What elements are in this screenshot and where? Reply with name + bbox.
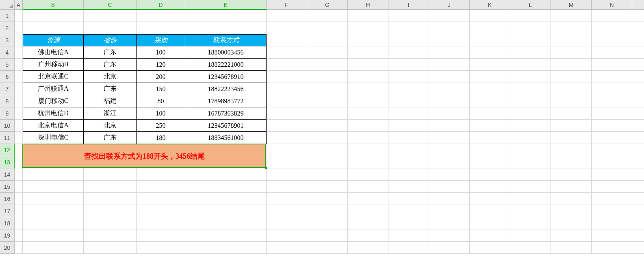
- cell-A8[interactable]: [15, 95, 23, 107]
- cell-M2[interactable]: [551, 22, 592, 34]
- cell-A10[interactable]: [15, 120, 23, 132]
- cell-H20[interactable]: [348, 242, 388, 254]
- cell-H12[interactable]: [348, 144, 388, 156]
- col-header-O[interactable]: O: [632, 0, 644, 10]
- row-header-9[interactable]: 9: [0, 107, 15, 120]
- cell-H19[interactable]: [348, 229, 388, 242]
- cell-H9[interactable]: [348, 107, 388, 120]
- cell-J3[interactable]: [429, 34, 470, 46]
- cell-D9[interactable]: 100: [137, 107, 185, 120]
- cell-G9[interactable]: [307, 107, 348, 120]
- cell-I20[interactable]: [388, 242, 429, 254]
- cell-D1[interactable]: [137, 10, 185, 22]
- cell-B9[interactable]: 杭州电信D: [23, 107, 84, 120]
- cell-B11[interactable]: 深圳电信C: [23, 132, 84, 144]
- cell-G6[interactable]: [307, 71, 348, 83]
- cell-O11[interactable]: [632, 132, 644, 144]
- cell-G17[interactable]: [307, 205, 348, 217]
- cell-L10[interactable]: [510, 120, 551, 132]
- cell-F13[interactable]: [267, 156, 307, 168]
- cell-L1[interactable]: [510, 10, 551, 22]
- cell-M4[interactable]: [551, 46, 592, 59]
- cell-B4[interactable]: 佛山电信A: [23, 46, 84, 59]
- cell-H3[interactable]: [348, 34, 388, 46]
- cell-M1[interactable]: [551, 10, 592, 22]
- cell-A13[interactable]: [15, 156, 23, 168]
- cell-F11[interactable]: [267, 132, 307, 144]
- cell-L4[interactable]: [510, 46, 551, 59]
- cell-N4[interactable]: [592, 46, 632, 59]
- col-header-L[interactable]: L: [510, 0, 551, 10]
- cell-F4[interactable]: [267, 46, 307, 59]
- cell-F16[interactable]: [267, 193, 307, 205]
- cell-A4[interactable]: [15, 46, 23, 59]
- cell-L6[interactable]: [510, 71, 551, 83]
- row-header-6[interactable]: 6: [0, 71, 15, 83]
- cell-J2[interactable]: [429, 22, 470, 34]
- cell-O15[interactable]: [632, 181, 644, 193]
- cell-J20[interactable]: [429, 242, 470, 254]
- cell-A20[interactable]: [15, 242, 23, 254]
- cell-B17[interactable]: [23, 205, 84, 217]
- cell-B15[interactable]: [23, 181, 84, 193]
- cell-C10[interactable]: 北京: [84, 120, 137, 132]
- cell-D18[interactable]: [137, 217, 185, 229]
- cell-M16[interactable]: [551, 193, 592, 205]
- cell-K3[interactable]: [470, 34, 510, 46]
- col-header-B[interactable]: B: [23, 0, 84, 10]
- cell-J7[interactable]: [429, 83, 470, 95]
- cell-E16[interactable]: [185, 193, 267, 205]
- cell-F18[interactable]: [267, 217, 307, 229]
- cell-I4[interactable]: [388, 46, 429, 59]
- row-header-11[interactable]: 11: [0, 132, 15, 144]
- cell-L13[interactable]: [510, 156, 551, 168]
- cell-I12[interactable]: [388, 144, 429, 156]
- cell-M19[interactable]: [551, 229, 592, 242]
- cell-E5[interactable]: 18822221000: [185, 59, 267, 71]
- cell-I17[interactable]: [388, 205, 429, 217]
- row-header-12[interactable]: 12: [0, 144, 15, 156]
- cell-C3[interactable]: 省份: [84, 34, 137, 46]
- cell-E10[interactable]: 12345678901: [185, 120, 267, 132]
- cell-A15[interactable]: [15, 181, 23, 193]
- cell-K7[interactable]: [470, 83, 510, 95]
- cell-H15[interactable]: [348, 181, 388, 193]
- cell-F8[interactable]: [267, 95, 307, 107]
- cell-H8[interactable]: [348, 95, 388, 107]
- cell-N6[interactable]: [592, 71, 632, 83]
- col-header-I[interactable]: I: [388, 0, 429, 10]
- cell-A7[interactable]: [15, 83, 23, 95]
- cell-A19[interactable]: [15, 229, 23, 242]
- cell-N7[interactable]: [592, 83, 632, 95]
- col-header-H[interactable]: H: [348, 0, 388, 10]
- cell-B5[interactable]: 广州移动B: [23, 59, 84, 71]
- col-header-F[interactable]: F: [267, 0, 307, 10]
- cell-K19[interactable]: [470, 229, 510, 242]
- cell-M13[interactable]: [551, 156, 592, 168]
- cell-F19[interactable]: [267, 229, 307, 242]
- cell-I2[interactable]: [388, 22, 429, 34]
- cell-B20[interactable]: [23, 242, 84, 254]
- row-header-10[interactable]: 10: [0, 120, 15, 132]
- cell-G2[interactable]: [307, 22, 348, 34]
- fill-handle[interactable]: [265, 167, 267, 169]
- cell-F10[interactable]: [267, 120, 307, 132]
- cell-G15[interactable]: [307, 181, 348, 193]
- cell-G11[interactable]: [307, 132, 348, 144]
- cell-L9[interactable]: [510, 107, 551, 120]
- cell-N20[interactable]: [592, 242, 632, 254]
- cell-I13[interactable]: [388, 156, 429, 168]
- cell-H10[interactable]: [348, 120, 388, 132]
- cell-J17[interactable]: [429, 205, 470, 217]
- cell-D20[interactable]: [137, 242, 185, 254]
- cell-E2[interactable]: [185, 22, 267, 34]
- cell-I16[interactable]: [388, 193, 429, 205]
- cell-O18[interactable]: [632, 217, 644, 229]
- col-header-A[interactable]: A: [15, 0, 23, 10]
- cell-G18[interactable]: [307, 217, 348, 229]
- row-header-16[interactable]: 16: [0, 193, 15, 205]
- cell-M8[interactable]: [551, 95, 592, 107]
- cell-L17[interactable]: [510, 205, 551, 217]
- cell-H14[interactable]: [348, 168, 388, 181]
- cell-A11[interactable]: [15, 132, 23, 144]
